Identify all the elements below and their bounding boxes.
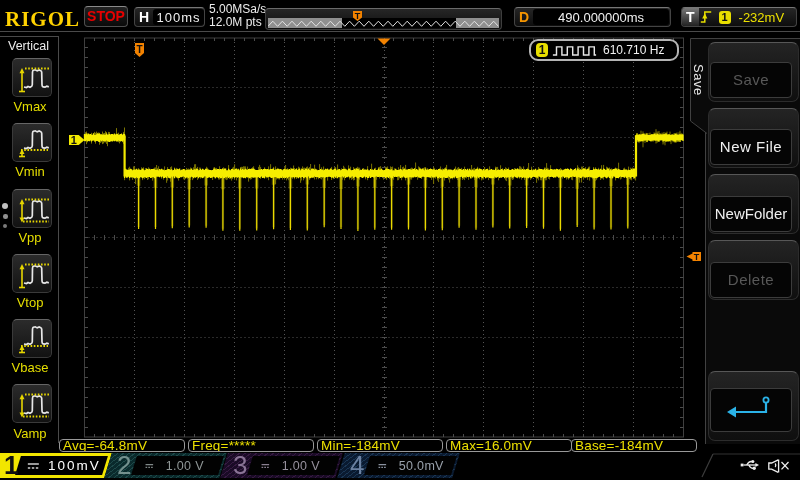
svg-text:T: T <box>694 252 700 262</box>
svg-text:T: T <box>136 44 142 55</box>
svg-text:1: 1 <box>71 134 77 146</box>
svg-text:T: T <box>355 11 361 21</box>
